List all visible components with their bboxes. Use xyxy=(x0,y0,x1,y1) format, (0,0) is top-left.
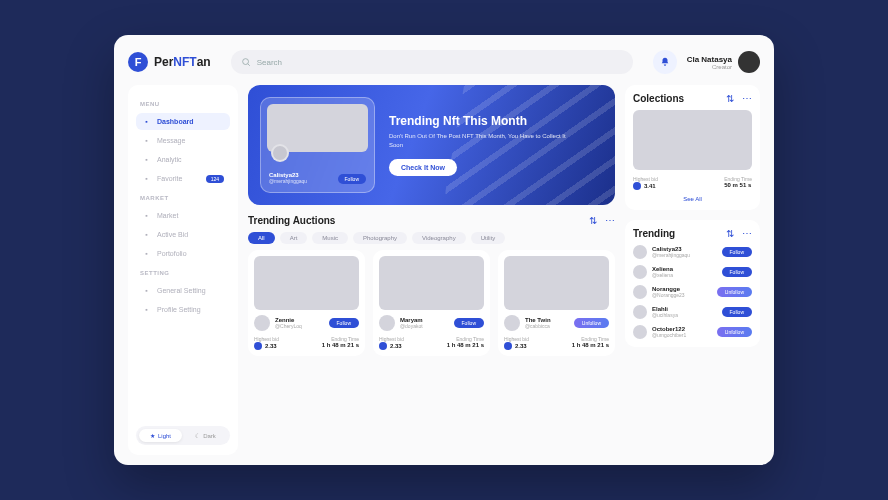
more-icon[interactable]: ⋯ xyxy=(742,93,752,104)
tab-utility[interactable]: Utility xyxy=(471,232,506,244)
creator-avatar xyxy=(633,305,647,319)
tab-all[interactable]: All xyxy=(248,232,275,244)
eth-icon xyxy=(504,342,512,350)
follow-button[interactable]: Follow xyxy=(722,307,752,317)
creator-handle: @ucihlasya xyxy=(652,312,717,318)
filter-icon[interactable]: ⇅ xyxy=(589,215,597,226)
section-title: Trending Auctions xyxy=(248,215,335,226)
notifications-button[interactable] xyxy=(653,50,677,74)
eth-icon xyxy=(633,182,641,190)
auction-cards: Zennie@CheryLoq Follow Highest bid2.33 E… xyxy=(248,250,615,356)
heart-icon: ▪ xyxy=(142,174,151,183)
collection-thumbnail[interactable] xyxy=(633,110,752,170)
creator-handle: @umgochtber1 xyxy=(652,332,712,338)
theme-light[interactable]: ★Light xyxy=(139,429,182,442)
sidebar-item-label: Active Bid xyxy=(157,231,188,238)
creator-avatar xyxy=(633,245,647,259)
follow-button[interactable]: Follow xyxy=(722,247,752,257)
star-icon: ★ xyxy=(150,432,155,439)
logo-badge: F xyxy=(128,52,148,72)
profile-role: Creator xyxy=(687,64,732,70)
search-input[interactable]: Search xyxy=(231,50,633,74)
sidebar-item-active-bid[interactable]: ▪Active Bid xyxy=(136,226,230,243)
trending-item[interactable]: Calistya23@merahjinggaqu Follow xyxy=(633,245,752,259)
auction-card[interactable]: Maryam@doyakot Follow Highest bid2.33 En… xyxy=(373,250,490,356)
profile-menu[interactable]: Cla Natasya Creator xyxy=(687,51,760,73)
creator-avatar xyxy=(504,315,520,331)
see-all-link[interactable]: See All xyxy=(633,196,752,202)
auction-card[interactable]: The Twin@cabbicca Unfollow Highest bid2.… xyxy=(498,250,615,356)
creator-avatar xyxy=(633,285,647,299)
collections-panel: Colections ⇅ ⋯ Highest bid 3.41 Ending T… xyxy=(625,85,760,210)
trending-item[interactable]: Xeliena@xeliena Follow xyxy=(633,265,752,279)
auction-card[interactable]: Zennie@CheryLoq Follow Highest bid2.33 E… xyxy=(248,250,365,356)
follow-button[interactable]: Follow xyxy=(454,318,484,328)
trending-item[interactable]: Elahli@ucihlasya Follow xyxy=(633,305,752,319)
creator-avatar xyxy=(633,325,647,339)
creator-handle: @merahjinggaqu xyxy=(652,252,717,258)
sidebar-item-general-setting[interactable]: ▪General Setting xyxy=(136,282,230,299)
portfolio-icon: ▪ xyxy=(142,249,151,258)
brand-logo[interactable]: F PerNFTan xyxy=(128,52,211,72)
hero-follow-button[interactable]: Follow xyxy=(338,174,366,184)
follow-button[interactable]: Follow xyxy=(329,318,359,328)
tab-music[interactable]: Music xyxy=(312,232,348,244)
menu-section-label: MENU xyxy=(140,101,226,107)
creator-handle: @doyakot xyxy=(400,323,423,329)
auction-tabs: AllArtMusicPhotographyVideographyUtility xyxy=(248,232,615,244)
app-window: F PerNFTan Search Cla Natasya Creator ME… xyxy=(114,35,774,465)
main-content: Calistya23 @merahjinggaqu Follow Trendin… xyxy=(248,85,615,455)
sidebar-item-label: General Setting xyxy=(157,287,206,294)
nft-thumbnail xyxy=(379,256,484,310)
unfollow-button[interactable]: Unfollow xyxy=(574,318,609,328)
creator-handle: @Norangge23 xyxy=(652,292,712,298)
svg-line-1 xyxy=(248,64,250,66)
sidebar-item-analytic[interactable]: ▪Analytic xyxy=(136,151,230,168)
filter-icon[interactable]: ⇅ xyxy=(726,93,734,104)
sidebar-item-portofolio[interactable]: ▪Portofolio xyxy=(136,245,230,262)
eth-icon xyxy=(379,342,387,350)
auctions-section: Trending Auctions ⇅ ⋯ AllArtMusicPhotogr… xyxy=(248,215,615,356)
creator-avatar xyxy=(633,265,647,279)
sidebar-item-favorite[interactable]: ▪Favorite124 xyxy=(136,170,230,187)
sidebar-item-label: Message xyxy=(157,137,185,144)
sidebar-item-profile-setting[interactable]: ▪Profile Setting xyxy=(136,301,230,318)
right-column: Colections ⇅ ⋯ Highest bid 3.41 Ending T… xyxy=(625,85,760,455)
creator-handle: @CheryLoq xyxy=(275,323,302,329)
sidebar-item-message[interactable]: ▪Message xyxy=(136,132,230,149)
hero-featured-card[interactable]: Calistya23 @merahjinggaqu Follow xyxy=(260,97,375,193)
sidebar-item-label: Portofolio xyxy=(157,250,187,257)
collections-title: Colections xyxy=(633,93,684,104)
creator-avatar xyxy=(271,144,289,162)
gear-icon: ▪ xyxy=(142,286,151,295)
nft-thumbnail xyxy=(254,256,359,310)
svg-point-0 xyxy=(242,59,248,65)
eth-icon xyxy=(254,342,262,350)
unfollow-button[interactable]: Unfollow xyxy=(717,327,752,337)
trending-item[interactable]: Norangge@Norangge23 Unfollow xyxy=(633,285,752,299)
more-icon[interactable]: ⋯ xyxy=(742,228,752,239)
sidebar-item-label: Dashboard xyxy=(157,118,194,125)
bid-icon: ▪ xyxy=(142,230,151,239)
trending-item[interactable]: October122@umgochtber1 Unfollow xyxy=(633,325,752,339)
unfollow-button[interactable]: Unfollow xyxy=(717,287,752,297)
tab-videography[interactable]: Videography xyxy=(412,232,466,244)
follow-button[interactable]: Follow xyxy=(722,267,752,277)
sidebar-item-dashboard[interactable]: ▪Dashboard xyxy=(136,113,230,130)
store-icon: ▪ xyxy=(142,211,151,220)
sidebar-item-label: Profile Setting xyxy=(157,306,201,313)
tab-photography[interactable]: Photography xyxy=(353,232,407,244)
filter-icon[interactable]: ⇅ xyxy=(726,228,734,239)
bell-icon xyxy=(660,57,670,67)
sidebar-item-label: Analytic xyxy=(157,156,182,163)
menu-section-label: MARKET xyxy=(140,195,226,201)
sidebar-item-label: Favorite xyxy=(157,175,182,182)
sidebar-item-market[interactable]: ▪Market xyxy=(136,207,230,224)
sidebar-item-label: Market xyxy=(157,212,178,219)
theme-dark[interactable]: ☾Dark xyxy=(184,429,227,442)
hero-cta-button[interactable]: Check It Now xyxy=(389,159,457,176)
more-icon[interactable]: ⋯ xyxy=(605,215,615,226)
tab-art[interactable]: Art xyxy=(280,232,308,244)
theme-toggle[interactable]: ★Light☾Dark xyxy=(136,426,230,445)
hero-banner: Calistya23 @merahjinggaqu Follow Trendin… xyxy=(248,85,615,205)
